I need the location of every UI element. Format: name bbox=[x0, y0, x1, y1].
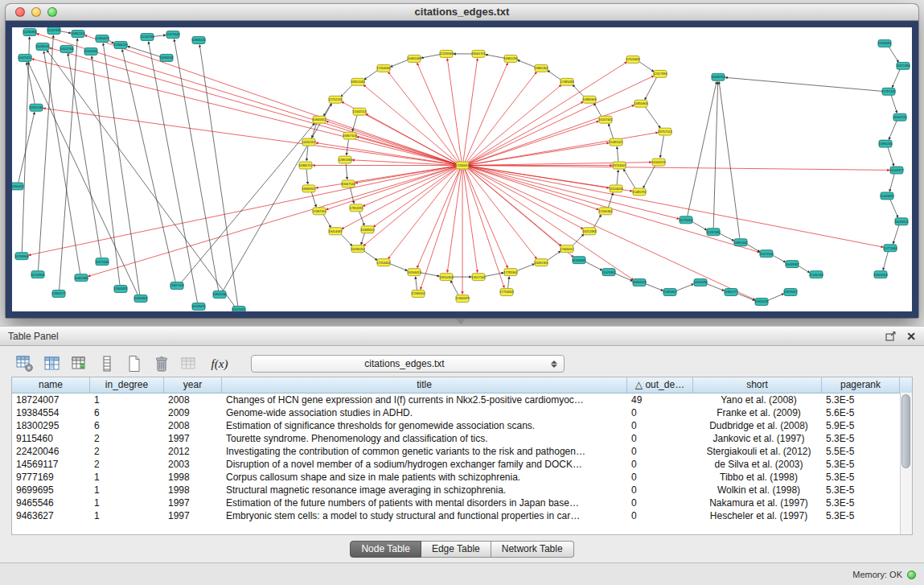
graph-edge[interactable] bbox=[341, 84, 353, 97]
graph-edge[interactable] bbox=[306, 146, 308, 161]
graph-edge[interactable] bbox=[889, 174, 894, 192]
graph-edge[interactable] bbox=[68, 54, 101, 257]
graph-edge[interactable] bbox=[88, 167, 457, 277]
graph-edge[interactable] bbox=[39, 35, 54, 270]
table-cell[interactable]: Tourette syndrome. Phenomenology and cla… bbox=[222, 432, 627, 445]
table-cell[interactable]: 5.3E-5 bbox=[822, 509, 900, 522]
table-cell[interactable]: Changes of HCN gene expression and I(f) … bbox=[222, 393, 627, 406]
table-cell[interactable]: Hescheler et al. (1997) bbox=[693, 509, 822, 522]
graph-edge[interactable] bbox=[421, 169, 461, 289]
delete-table-button[interactable] bbox=[151, 353, 172, 374]
table-scrollbar[interactable] bbox=[900, 393, 912, 534]
table-row[interactable]: 946554611997Estimation of the future num… bbox=[12, 496, 912, 509]
table-cell[interactable]: Wolkin et al. (1998) bbox=[693, 484, 822, 496]
graph-edge[interactable] bbox=[508, 277, 510, 288]
table-cell[interactable]: 5.9E-5 bbox=[822, 419, 900, 432]
graph-edge[interactable] bbox=[469, 133, 658, 165]
graph-edge[interactable] bbox=[363, 251, 377, 261]
column-header-in_degree[interactable]: in_degree bbox=[90, 377, 164, 393]
graph-edge[interactable] bbox=[128, 47, 161, 57]
graph-edge[interactable] bbox=[593, 215, 601, 228]
graph-edge[interactable] bbox=[50, 48, 457, 165]
graph-edge[interactable] bbox=[391, 60, 409, 67]
graph-edge[interactable] bbox=[361, 233, 364, 245]
table-row[interactable]: 977716911998Corpus callosum shape and si… bbox=[12, 471, 912, 484]
table-cell[interactable]: 1998 bbox=[164, 471, 222, 484]
graph-edge[interactable] bbox=[725, 77, 882, 91]
graph-edge[interactable] bbox=[609, 124, 614, 138]
graph-edge[interactable] bbox=[469, 167, 883, 248]
table-cell[interactable]: 5.3E-5 bbox=[822, 496, 900, 509]
graph-edge[interactable] bbox=[181, 123, 314, 282]
table-cell[interactable]: 1 bbox=[90, 484, 164, 496]
graph-edge[interactable] bbox=[324, 103, 331, 116]
graph-edge[interactable] bbox=[340, 233, 352, 245]
graph-edge[interactable] bbox=[594, 103, 602, 116]
graph-edge[interactable] bbox=[646, 284, 663, 291]
graph-edge[interactable] bbox=[465, 169, 504, 287]
graph-edge[interactable] bbox=[548, 71, 561, 80]
graph-edge[interactable] bbox=[469, 167, 760, 253]
table-cell[interactable]: 5.3E-5 bbox=[822, 471, 900, 484]
graph-edge[interactable] bbox=[883, 252, 888, 270]
graph-edge[interactable] bbox=[346, 164, 347, 179]
table-row[interactable]: 1872400712008Changes of HCN gene express… bbox=[12, 393, 912, 406]
graph-edge[interactable] bbox=[720, 233, 734, 241]
graph-edge[interactable] bbox=[43, 109, 456, 165]
table-cell[interactable]: 5.3E-5 bbox=[822, 432, 900, 445]
citation-graph[interactable]: 1724061618724007154853211610744214985903… bbox=[12, 27, 912, 311]
graph-edge[interactable] bbox=[737, 294, 755, 301]
table-cell[interactable]: Dudbridge et al. (2008) bbox=[693, 419, 822, 432]
graph-edge[interactable] bbox=[44, 51, 80, 274]
network-canvas[interactable]: 1724061618724007154853211610744214985903… bbox=[6, 21, 918, 318]
graph-edge[interactable] bbox=[359, 212, 364, 225]
tab-edge-table[interactable]: Edge Table bbox=[421, 541, 491, 558]
graph-edge[interactable] bbox=[467, 168, 573, 257]
table-cell[interactable]: 1997 bbox=[164, 509, 222, 522]
graph-edge[interactable] bbox=[615, 274, 633, 281]
graph-edge[interactable] bbox=[889, 121, 897, 139]
table-cell[interactable]: 5.3E-5 bbox=[822, 458, 900, 471]
table-cell[interactable]: 2008 bbox=[164, 419, 222, 432]
table-cell[interactable]: 19384554 bbox=[12, 406, 90, 419]
window-titlebar[interactable]: citations_edges.txt bbox=[6, 4, 918, 21]
graph-edge[interactable] bbox=[468, 167, 634, 280]
table-cell[interactable]: 22420046 bbox=[12, 445, 90, 458]
table-cell[interactable]: 2 bbox=[90, 432, 164, 445]
table-cell[interactable]: 5.5E-5 bbox=[822, 445, 900, 458]
graph-edge[interactable] bbox=[466, 168, 536, 258]
graph-edge[interactable] bbox=[892, 69, 900, 87]
table-cell[interactable]: 2 bbox=[90, 445, 164, 458]
table-cell[interactable]: 0 bbox=[627, 419, 693, 432]
graph-edge[interactable] bbox=[645, 77, 657, 100]
graph-edge[interactable] bbox=[450, 281, 458, 295]
graph-edge[interactable] bbox=[373, 167, 457, 227]
graph-edge[interactable] bbox=[547, 251, 561, 261]
table-cell[interactable]: 18724007 bbox=[12, 393, 90, 406]
table-cell[interactable]: 0 bbox=[627, 484, 693, 496]
graph-edge[interactable] bbox=[47, 51, 235, 307]
table-cell[interactable]: Tibbo et al. (1998) bbox=[693, 471, 822, 484]
undock-panel-button[interactable] bbox=[885, 331, 898, 342]
table-cell[interactable]: 2003 bbox=[164, 458, 222, 471]
graph-edge[interactable] bbox=[154, 35, 166, 37]
column-header-pagerank[interactable]: pagerank bbox=[822, 377, 900, 393]
table-cell[interactable]: 0 bbox=[627, 406, 693, 419]
graph-edge[interactable] bbox=[485, 273, 503, 276]
graph-edge[interactable] bbox=[175, 39, 219, 290]
table-cell[interactable]: 18300295 bbox=[12, 419, 90, 432]
table-cell[interactable]: 9699695 bbox=[12, 484, 90, 496]
table-cell[interactable]: 14569117 bbox=[12, 458, 90, 471]
column-header-name[interactable]: name bbox=[12, 377, 90, 393]
import-table-button[interactable] bbox=[179, 353, 199, 374]
table-cell[interactable]: Investigating the contribution of common… bbox=[222, 445, 627, 458]
table-cell[interactable]: 2008 bbox=[164, 393, 222, 406]
graph-edge[interactable] bbox=[889, 47, 898, 62]
graph-edge[interactable] bbox=[347, 140, 349, 155]
graph-edge[interactable] bbox=[306, 170, 308, 184]
table-cell[interactable]: 5.3E-5 bbox=[822, 393, 900, 406]
graph-edge[interactable] bbox=[22, 37, 29, 252]
table-cell[interactable]: 2012 bbox=[164, 445, 222, 458]
graph-edge[interactable] bbox=[60, 31, 71, 33]
tab-node-table[interactable]: Node Table bbox=[350, 541, 421, 558]
